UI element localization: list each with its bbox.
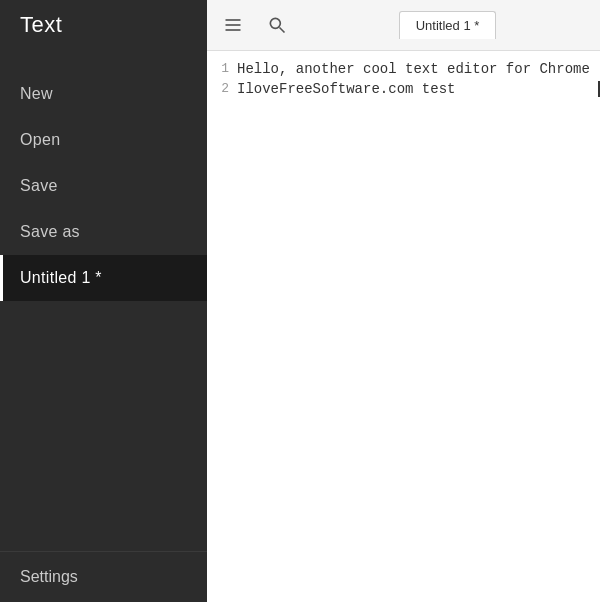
- svg-rect-2: [226, 29, 241, 31]
- svg-rect-1: [226, 24, 241, 26]
- editor-area: 1Hello, another cool text editor for Chr…: [207, 51, 600, 602]
- sidebar-item-save[interactable]: Save: [0, 163, 207, 209]
- line-number: 2: [207, 81, 237, 96]
- toolbar: Untitled 1 *: [207, 11, 600, 39]
- main-content: NewOpenSaveSave asUntitled 1 * Settings …: [0, 51, 600, 602]
- line-text: IloveFreeSoftware.com test: [237, 81, 600, 97]
- sidebar-settings[interactable]: Settings: [0, 551, 207, 602]
- svg-point-3: [270, 18, 280, 28]
- tab-area: Untitled 1 *: [307, 11, 588, 39]
- sidebar-item-open[interactable]: Open: [0, 117, 207, 163]
- sidebar: NewOpenSaveSave asUntitled 1 * Settings: [0, 51, 207, 602]
- svg-line-4: [280, 28, 285, 33]
- app-title: Text: [20, 12, 62, 38]
- tab-untitled1[interactable]: Untitled 1 *: [399, 11, 497, 39]
- search-icon[interactable]: [263, 11, 291, 39]
- line-number: 1: [207, 61, 237, 76]
- sidebar-header: Text: [0, 0, 207, 51]
- svg-rect-0: [226, 19, 241, 21]
- sidebar-item-save-as[interactable]: Save as: [0, 209, 207, 255]
- sidebar-item-untitled1[interactable]: Untitled 1 *: [0, 255, 207, 301]
- top-bar: Text Untitled 1 *: [0, 0, 600, 51]
- editor-line: 1Hello, another cool text editor for Chr…: [207, 59, 600, 79]
- menu-icon[interactable]: [219, 11, 247, 39]
- line-text: Hello, another cool text editor for Chro…: [237, 61, 600, 77]
- editor-line: 2IloveFreeSoftware.com test: [207, 79, 600, 99]
- editor-content[interactable]: 1Hello, another cool text editor for Chr…: [207, 51, 600, 602]
- sidebar-nav: NewOpenSaveSave asUntitled 1 *: [0, 51, 207, 551]
- sidebar-item-new[interactable]: New: [0, 71, 207, 117]
